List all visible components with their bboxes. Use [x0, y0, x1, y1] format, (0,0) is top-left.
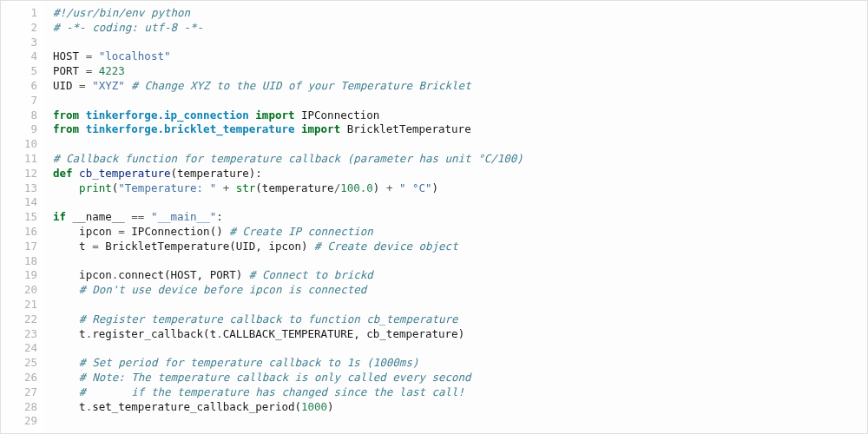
- code-token: [53, 371, 79, 384]
- code-line[interactable]: [53, 36, 867, 50]
- code-token: # Callback function for temperature call…: [53, 152, 523, 165]
- line-number: 21: [1, 298, 37, 312]
- code-token: [294, 108, 301, 122]
- code-token: [53, 327, 79, 340]
- line-number: 9: [1, 122, 37, 137]
- code-token: CALLBACK_TEMPERATURE: [223, 327, 354, 340]
- code-line[interactable]: [53, 254, 867, 269]
- code-token: =: [112, 225, 132, 238]
- code-token: register_callback: [92, 327, 203, 340]
- code-token: [53, 268, 79, 281]
- code-token: PORT: [53, 64, 79, 77]
- code-line[interactable]: def cb_temperature(temperature):: [53, 167, 867, 181]
- code-token: ): [432, 181, 439, 194]
- line-number: 29: [1, 414, 37, 429]
- code-token: temperature: [177, 167, 249, 180]
- code-token: =: [79, 49, 99, 62]
- code-token: "localhost": [99, 49, 171, 62]
- line-number: 2: [1, 21, 37, 36]
- code-line[interactable]: ipcon.connect(HOST, PORT) # Connect to b…: [53, 268, 867, 283]
- code-token: (: [170, 167, 177, 180]
- code-line[interactable]: [53, 137, 867, 152]
- code-line[interactable]: from tinkerforge.bricklet_temperature im…: [53, 122, 867, 137]
- code-line[interactable]: [53, 195, 867, 210]
- code-token: " °C": [399, 181, 432, 194]
- code-token: =: [79, 64, 99, 77]
- code-token: # Change XYZ to the UID of your Temperat…: [131, 79, 470, 92]
- line-number: 12: [1, 167, 37, 181]
- code-line[interactable]: t.register_callback(t.CALLBACK_TEMPERATU…: [53, 327, 867, 342]
- code-token: +: [216, 181, 236, 194]
- code-token: # -*- coding: utf-8 -*-: [53, 21, 203, 34]
- code-token: BrickletTemperature: [347, 122, 471, 135]
- code-line[interactable]: # -*- coding: utf-8 -*-: [53, 21, 867, 36]
- code-token: (): [210, 225, 230, 238]
- code-line[interactable]: # if the temperature has changed since t…: [53, 385, 867, 400]
- code-token: :: [216, 210, 223, 223]
- code-line[interactable]: if __name__ == "__main__":: [53, 210, 867, 225]
- code-token: =: [73, 79, 93, 92]
- code-token: [294, 122, 301, 135]
- line-number-gutter: 1234567891011121314151617181920212223242…: [1, 1, 44, 433]
- line-number: 28: [1, 400, 37, 415]
- code-token: t: [79, 240, 86, 253]
- code-token: # Don't use device before ipcon is conne…: [79, 283, 366, 296]
- line-number: 11: [1, 152, 37, 167]
- code-token: ): [301, 240, 314, 253]
- code-line[interactable]: # Register temperature callback to funct…: [53, 312, 867, 327]
- code-token: # if the temperature has changed since t…: [79, 385, 464, 398]
- code-line[interactable]: # Set period for temperature callback to…: [53, 356, 867, 371]
- code-line[interactable]: HOST = "localhost": [53, 49, 867, 64]
- code-line[interactable]: from tinkerforge.ip_connection import IP…: [53, 108, 867, 123]
- code-token: #!/usr/bin/env python: [53, 6, 190, 19]
- source-code[interactable]: #!/usr/bin/env python# -*- coding: utf-8…: [44, 1, 867, 433]
- code-token: ): [458, 327, 465, 340]
- line-number: 19: [1, 268, 37, 283]
- line-number: 3: [1, 36, 37, 50]
- code-token: t: [79, 327, 86, 340]
- line-number: 7: [1, 94, 37, 108]
- code-token: def: [53, 167, 73, 180]
- code-line[interactable]: print("Temperature: " + str(temperature/…: [53, 181, 867, 196]
- code-token: .: [216, 327, 223, 340]
- code-line[interactable]: ipcon = IPConnection() # Create IP conne…: [53, 225, 867, 240]
- line-number: 18: [1, 254, 37, 269]
- code-token: temperature: [262, 181, 334, 194]
- code-token: (: [229, 240, 236, 253]
- code-token: import: [255, 108, 294, 122]
- code-token: 1000: [301, 400, 327, 413]
- code-line[interactable]: [53, 341, 867, 356]
- code-line[interactable]: t.set_temperature_callback_period(1000): [53, 400, 867, 415]
- code-line[interactable]: [53, 414, 867, 429]
- code-token: connect: [118, 268, 164, 281]
- code-line[interactable]: # Callback function for temperature call…: [53, 152, 867, 167]
- code-token: (: [294, 400, 301, 413]
- code-token: ipcon: [79, 268, 112, 281]
- code-token: BrickletTemperature: [105, 240, 229, 253]
- line-number: 16: [1, 225, 37, 240]
- code-token: "__main__": [151, 210, 216, 223]
- code-line[interactable]: UID = "XYZ" # Change XYZ to the UID of y…: [53, 79, 867, 94]
- code-token: [79, 122, 86, 135]
- code-line[interactable]: # Don't use device before ipcon is conne…: [53, 283, 867, 298]
- code-token: __name__: [73, 210, 125, 223]
- code-line[interactable]: #!/usr/bin/env python: [53, 6, 867, 21]
- line-number: 26: [1, 371, 37, 385]
- code-line[interactable]: t = BrickletTemperature(UID, ipcon) # Cr…: [53, 240, 867, 254]
- line-number: 10: [1, 137, 37, 152]
- code-token: cb_temperature: [366, 327, 457, 340]
- code-token: # Register temperature callback to funct…: [79, 312, 458, 326]
- line-number: 22: [1, 312, 37, 327]
- code-line[interactable]: # Note: The temperature callback is only…: [53, 371, 867, 385]
- code-line[interactable]: PORT = 4223: [53, 64, 867, 79]
- line-number: 23: [1, 327, 37, 342]
- code-line[interactable]: [53, 94, 867, 108]
- code-token: [53, 240, 79, 253]
- code-token: ,: [255, 240, 268, 253]
- code-token: t: [79, 400, 86, 413]
- code-token: IPConnection: [131, 225, 209, 238]
- code-line[interactable]: [53, 298, 867, 312]
- code-token: tinkerforge.bricklet_temperature: [86, 122, 295, 135]
- code-token: from: [53, 122, 79, 135]
- code-token: HOST: [53, 49, 79, 62]
